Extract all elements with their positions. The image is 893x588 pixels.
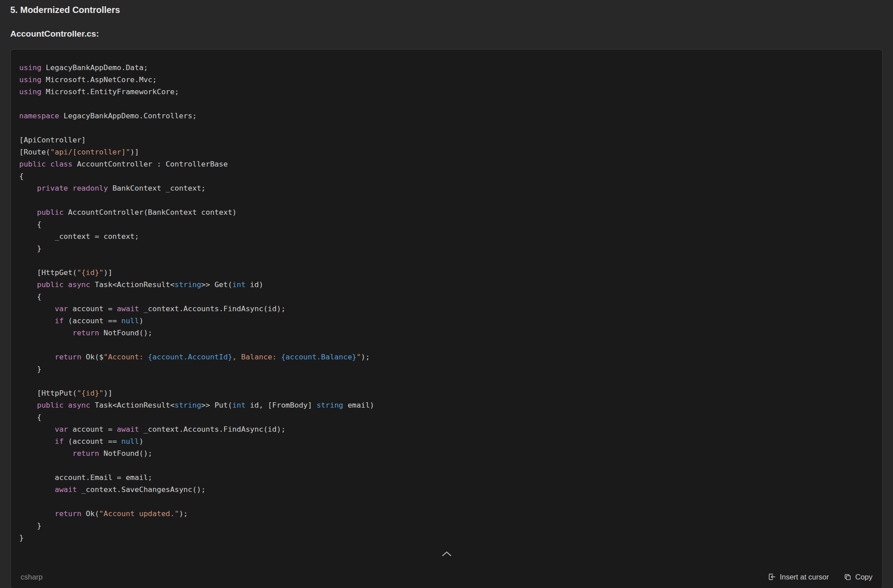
code-line: [19, 459, 872, 471]
code-line: return NotFound();: [19, 447, 872, 459]
insert-at-cursor-icon: [768, 573, 776, 581]
code-line: if (account == null): [19, 435, 872, 447]
code-line: [ApiController]: [19, 134, 872, 146]
code-line: }: [19, 532, 872, 544]
code-line: }: [19, 242, 872, 254]
code-line: using Microsoft.EntityFrameworkCore;: [19, 86, 872, 98]
language-label: csharp: [21, 573, 43, 581]
footer-actions: Insert at cursor Copy: [767, 571, 873, 583]
copy-icon: [844, 573, 851, 581]
code-line: }: [19, 520, 872, 532]
code-line: public AccountController(BankContext con…: [19, 206, 872, 218]
code-line: [Route("api/[controller]")]: [19, 146, 872, 158]
section-heading: 5. Modernized Controllers: [10, 4, 883, 16]
code-block: using LegacyBankAppDemo.Data;using Micro…: [10, 49, 883, 588]
code-line: var account = await _context.Accounts.Fi…: [19, 423, 872, 435]
code-block-footer: csharp Insert at cursor: [11, 565, 882, 588]
code-line: {: [19, 411, 872, 423]
collapse-row: [11, 546, 882, 565]
code-line: {: [19, 291, 872, 303]
code-line: [19, 375, 872, 387]
file-name-label: AccountController.cs:: [10, 29, 883, 39]
code-line: [19, 254, 872, 267]
insert-at-cursor-label: Insert at cursor: [780, 573, 829, 581]
code-line: return NotFound();: [19, 327, 872, 339]
code-line: [19, 339, 872, 351]
code-line: [19, 98, 872, 110]
code-line: public async Task<ActionResult<string>> …: [19, 399, 872, 411]
code-line: [HttpPut("{id}")]: [19, 387, 872, 399]
code-line: [19, 496, 872, 508]
code-line: [HttpGet("{id}")]: [19, 267, 872, 279]
code-line: }: [19, 363, 872, 375]
code-line: using LegacyBankAppDemo.Data;: [19, 62, 872, 74]
code-line: account.Email = email;: [19, 471, 872, 484]
code-content: using LegacyBankAppDemo.Data;using Micro…: [11, 50, 882, 546]
code-line: private readonly BankContext _context;: [19, 182, 872, 194]
code-line: if (account == null): [19, 315, 872, 327]
code-line: namespace LegacyBankAppDemo.Controllers;: [19, 110, 872, 122]
collapse-code-button[interactable]: [435, 548, 458, 561]
code-line: using Microsoft.AspNetCore.Mvc;: [19, 74, 872, 86]
code-line: [19, 122, 872, 134]
chat-response: 5. Modernized Controllers AccountControl…: [0, 0, 893, 588]
code-line: return Ok($"Account: {account.AccountId}…: [19, 351, 872, 363]
code-line: return Ok("Account updated.");: [19, 508, 872, 520]
code-line: public async Task<ActionResult<string>> …: [19, 279, 872, 291]
insert-at-cursor-button[interactable]: Insert at cursor: [767, 571, 830, 583]
copy-label: Copy: [855, 573, 872, 581]
code-line: public class AccountController : Control…: [19, 158, 872, 170]
code-line: [19, 194, 872, 206]
code-line: {: [19, 170, 872, 182]
code-line: {: [19, 218, 872, 230]
code-line: var account = await _context.Accounts.Fi…: [19, 303, 872, 315]
copy-button[interactable]: Copy: [843, 571, 873, 583]
code-line: await _context.SaveChangesAsync();: [19, 484, 872, 496]
chevron-up-icon: [441, 551, 452, 558]
code-line: _context = context;: [19, 230, 872, 242]
